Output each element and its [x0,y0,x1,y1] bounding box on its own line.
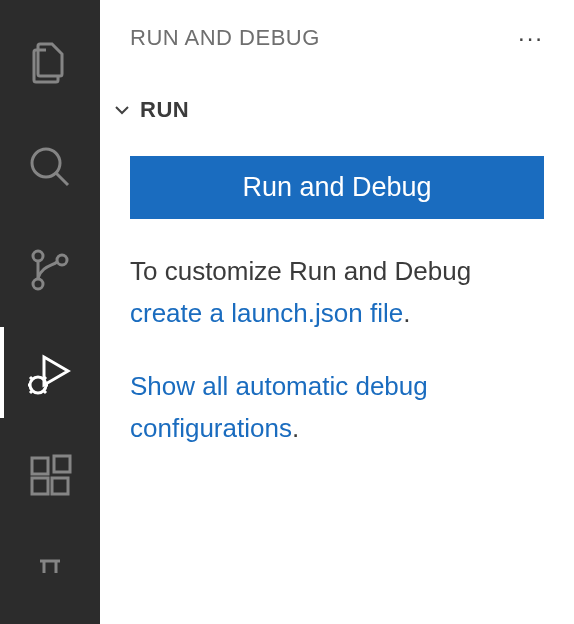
svg-point-4 [57,255,67,265]
extensions-icon [26,452,74,500]
activity-item-more[interactable] [0,533,100,624]
run-section-header[interactable]: RUN [100,64,574,128]
more-actions-button[interactable]: ··· [514,22,548,54]
period2: . [292,413,299,443]
sidebar-header: RUN AND DEBUG ··· [100,0,574,64]
search-icon [26,143,74,191]
svg-line-9 [44,377,46,379]
svg-rect-14 [52,478,68,494]
activity-item-explorer[interactable] [0,18,100,109]
activity-item-run-debug[interactable] [0,327,100,418]
svg-point-0 [32,149,60,177]
run-and-debug-button[interactable]: Run and Debug [130,156,544,219]
customize-text: To customize Run and Debug create a laun… [130,251,544,334]
run-debug-sidebar: RUN AND DEBUG ··· RUN Run and Debug To c… [100,0,574,624]
svg-point-3 [33,279,43,289]
ellipsis-icon: ··· [518,24,544,51]
section-title: RUN [140,97,189,123]
files-icon [26,40,74,88]
svg-rect-13 [32,478,48,494]
sidebar-title: RUN AND DEBUG [130,25,320,51]
svg-rect-12 [32,458,48,474]
svg-line-1 [56,173,68,185]
run-debug-icon [26,349,74,397]
show-all-text: Show all automatic debug configurations. [130,366,544,449]
svg-rect-15 [54,456,70,472]
show-all-configs-link[interactable]: Show all automatic debug configurations [130,371,428,443]
source-control-icon [26,246,74,294]
activity-item-search[interactable] [0,121,100,212]
svg-line-8 [30,377,32,379]
create-launch-json-link[interactable]: create a launch.json file [130,298,403,328]
period: . [403,298,410,328]
svg-point-2 [33,251,43,261]
svg-line-11 [44,391,46,393]
run-panel-content: Run and Debug To customize Run and Debug… [100,128,574,449]
activity-bar [0,0,100,624]
customize-prefix: To customize Run and Debug [130,256,471,286]
svg-line-10 [30,391,32,393]
beaker-icon [26,555,74,603]
activity-item-extensions[interactable] [0,430,100,521]
chevron-down-icon [104,92,140,128]
activity-item-source-control[interactable] [0,224,100,315]
